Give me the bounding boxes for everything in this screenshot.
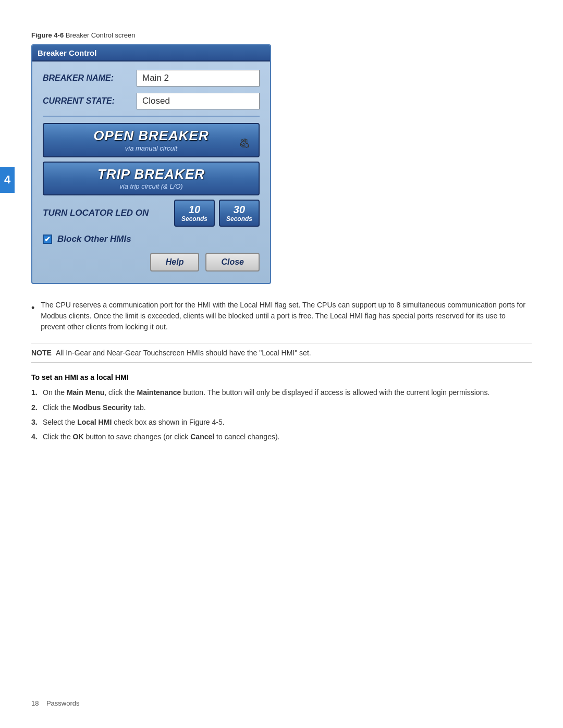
open-breaker-main-text: OPEN BREAKER [93,128,209,143]
dialog-title: Breaker Control [38,48,96,57]
note-label: NOTE [31,349,52,357]
figure-caption: Figure 4-6 Breaker Control screen [31,31,532,39]
page-footer: 18 Passwords [31,699,80,707]
breaker-name-label: BREAKER NAME: [43,73,137,83]
trip-breaker-main-text: TRIP BREAKER [97,167,205,182]
locator-30-button[interactable]: 30 Seconds [219,200,260,227]
locator-10-num: 10 [181,204,207,215]
locator-led-label: TURN LOCATOR LED ON [43,208,170,218]
current-state-label: CURRENT STATE: [43,96,137,106]
open-breaker-sub-text: via manual circuit [125,144,177,152]
breaker-name-value: Main 2 [137,70,260,87]
footer-page-number: 18 [31,699,39,707]
block-hmis-checkbox[interactable]: ✔ [43,235,52,244]
close-button-label: Close [221,257,244,266]
breaker-control-dialog: Breaker Control BREAKER NAME: Main 2 CUR… [31,44,271,284]
step-4: 4. Click the OK button to save changes (… [31,431,532,442]
block-hmis-label: Block Other HMIs [57,234,131,244]
steps-list: 1. On the Main Menu, click the Maintenan… [31,387,532,443]
bullet-text: The CPU reserves a communication port fo… [41,300,532,332]
step-1: 1. On the Main Menu, click the Maintenan… [31,387,532,398]
footer-section-label: Passwords [46,699,80,707]
block-hmis-row: ✔ Block Other HMIs [43,234,260,244]
locator-led-row: TURN LOCATOR LED ON 10 Seconds 30 Second… [43,200,260,227]
trip-breaker-sub-text: via trip circuit (& L/O) [119,182,182,190]
checkbox-check-icon: ✔ [44,235,51,243]
trip-breaker-button[interactable]: TRIP BREAKER via trip circuit (& L/O) [43,162,260,196]
note-text: All In-Gear and Near-Gear Touchscreen HM… [56,349,311,357]
note-box: NOTE All In-Gear and Near-Gear Touchscre… [31,343,532,363]
chapter-tab-label: 4 [4,173,10,187]
dialog-title-bar: Breaker Control [32,45,270,61]
bullet-section: • The CPU reserves a communication port … [31,300,532,332]
locator-10-sec: Seconds [181,215,207,223]
step-3: 3. Select the Local HMI check box as sho… [31,416,532,428]
breaker-name-row: BREAKER NAME: Main 2 [43,70,260,87]
figure-caption-bold: Figure 4-6 [31,31,64,39]
locator-30-num: 30 [226,204,252,215]
open-breaker-button[interactable]: OPEN BREAKER via manual circuit 🖏 [43,123,260,157]
cursor-hand-icon: 🖏 [239,138,250,151]
figure-caption-text: Breaker Control screen [64,31,135,39]
help-button[interactable]: Help [150,253,200,272]
locator-30-sec: Seconds [226,215,252,223]
help-button-label: Help [166,257,184,266]
set-hmi-heading: To set an HMI as a local HMI [31,373,532,381]
locator-10-button[interactable]: 10 Seconds [174,200,215,227]
bullet-item: • The CPU reserves a communication port … [31,300,532,332]
current-state-row: CURRENT STATE: Closed [43,93,260,109]
dialog-bottom-buttons: Help Close [43,253,260,275]
chapter-tab: 4 [0,167,15,193]
separator [43,116,260,117]
bullet-dot-icon: • [31,301,34,332]
step-2: 2. Click the Modbus Security tab. [31,402,532,413]
close-button[interactable]: Close [205,253,260,272]
current-state-value: Closed [137,93,260,109]
